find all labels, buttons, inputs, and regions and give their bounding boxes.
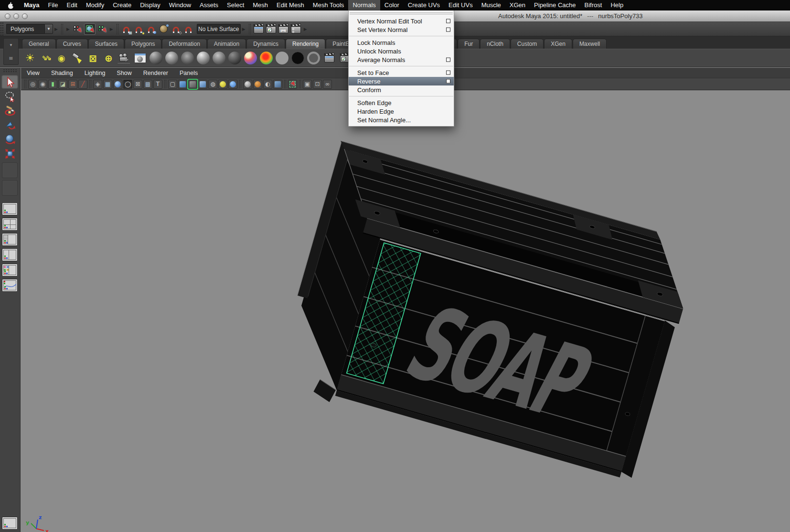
menubar-item-file[interactable]: File [44,0,63,11]
shelf-tab-ncloth[interactable]: nCloth [480,39,510,49]
field-chart-icon[interactable]: ⊠ [133,80,142,89]
lasso-select-tool[interactable] [1,89,18,103]
shelf-tab-xgen[interactable]: XGen [544,39,572,49]
menubar-item-help[interactable]: Help [606,0,628,11]
menubar-item-select[interactable]: Select [223,0,248,11]
snap-to-curves-button[interactable]: ∿ [133,23,145,35]
xray-mode-icon[interactable]: ◍ [208,80,217,89]
menubar-item-mesh[interactable]: Mesh [248,0,272,11]
panel-menu-shading[interactable]: Shading [51,70,73,76]
option-box-icon[interactable] [446,58,450,62]
shelf-tab-maxwell[interactable]: Maxwell [573,39,607,49]
select-by-object-type-button[interactable] [84,23,96,35]
menu-item-set-normal-angle[interactable]: Set Normal Angle... [349,116,454,124]
soap-crate-model[interactable]: SOAP [271,141,702,489]
live-surface-field[interactable]: No Live Surface [197,24,241,34]
shelf-ambient-light-icon[interactable]: ◉ [53,50,69,66]
ipr-render-button[interactable]: IPR [278,23,289,35]
shelf-switcher[interactable]: ▼ ▤ [3,38,19,65]
menubar-item-assets[interactable]: Assets [195,0,223,11]
menu-set-selector[interactable]: Polygons [6,24,44,34]
isolate-select-icon[interactable] [288,80,297,89]
shelf-blinn-material-icon[interactable] [164,50,180,66]
manipulator-icon[interactable]: ⊞ [68,80,77,89]
minimize-window-button[interactable] [13,13,19,19]
expander-icon[interactable]: ▶ [65,27,71,32]
duplicate-pane-icon[interactable]: ⊡ [313,80,322,89]
lit-mode-icon[interactable] [198,80,207,89]
menubar-item-edit-uvs[interactable]: Edit UVs [444,0,477,11]
shadows-icon[interactable] [243,80,252,89]
shelf-background-shader-icon[interactable] [290,50,306,66]
make-object-live-button[interactable] [183,23,194,35]
menu-item-set-vertex-normal[interactable]: Set Vertex Normal [349,25,454,34]
menubar-item-create[interactable]: Create [108,0,136,11]
menubar-item-normals[interactable]: Normals [348,0,380,11]
perspective-viewport[interactable]: SOAP x y z [21,91,790,532]
render-current-frame-button[interactable]: ✓ [266,23,277,35]
shelf-menu-icon[interactable]: ▤ [9,56,13,60]
layout-single-pane[interactable] [2,202,18,215]
gate-mask-icon[interactable]: ◯ [123,80,132,89]
rotate-tool[interactable] [1,132,18,146]
shelf-render-view-window-icon[interactable] [321,50,337,66]
select-by-component-type-button[interactable] [96,23,108,35]
shelf-tab-animation[interactable]: Animation [207,39,246,49]
option-box-icon[interactable] [446,79,450,84]
option-box-icon[interactable] [446,71,450,75]
option-box-icon[interactable] [446,28,450,32]
menubar-item-color[interactable]: Color [380,0,404,11]
textured-mode-icon[interactable] [188,80,197,89]
menu-tearoff-handle[interactable] [350,12,453,14]
move-tool[interactable] [1,118,18,132]
shelf-anisotropic-material-icon[interactable] [148,50,164,66]
toolbox-drag-handle[interactable] [3,69,17,73]
menubar-item-pipeline-cache[interactable]: Pipeline Cache [530,0,580,11]
panel-menu-renderer[interactable]: Renderer [143,70,168,76]
shelf-ramp-shader-icon[interactable] [243,50,258,66]
shelf-tab-custom[interactable]: Custom [511,39,544,49]
render-settings-button[interactable] [290,23,302,35]
menubar-item-mesh-tools[interactable]: Mesh Tools [309,0,349,11]
bookmark-icon[interactable]: ▮ [48,80,57,89]
default-light-icon[interactable] [218,80,227,89]
menu-set-selector-arrow[interactable]: ▼ [44,24,53,34]
snap-to-view-planes-button[interactable]: ◇ [171,23,182,35]
image-plane-icon[interactable]: ◪ [58,80,67,89]
apple-menu[interactable] [0,2,20,9]
layout-graph-persp[interactable] [2,279,18,292]
shelf-shading-map-icon[interactable] [258,50,274,66]
paint-brush-icon[interactable]: ╱ [78,80,87,89]
shelf-tab-dynamics[interactable]: Dynamics [246,39,285,49]
zoom-window-button[interactable] [22,13,28,19]
shelf-tab-deformation[interactable]: Deformation [162,39,206,49]
multisample-icon[interactable] [273,80,282,89]
shelf-spot-light-icon[interactable] [69,50,85,66]
shelf-point-light-icon[interactable]: ☀ [22,50,38,66]
panel-menu-lighting[interactable]: Lighting [85,70,106,76]
open-render-view-button[interactable] [253,23,265,35]
shelf-tab-fur[interactable]: Fur [458,39,480,49]
shelf-lambert-material-icon[interactable] [180,50,195,66]
layout-side-by-side[interactable] [2,248,18,261]
shaded-mode-icon[interactable] [178,80,187,89]
safe-title-icon[interactable]: T [153,80,162,89]
camera-attributes-icon[interactable]: ◉ [38,80,47,89]
shelf-render-view-icon[interactable] [132,50,148,66]
snap-to-projected-center-button[interactable] [158,23,170,35]
scale-tool[interactable] [1,147,18,160]
occlusion-icon[interactable] [253,80,262,89]
shelf-tab-rendering[interactable]: Rendering [286,39,325,49]
menubar-item-modify[interactable]: Modify [82,0,108,11]
shelf-tab-polygons[interactable]: Polygons [125,39,161,49]
shelf-use-background-icon[interactable] [306,50,321,66]
wireframe-mode-icon[interactable]: ▢ [168,80,177,89]
select-by-hierarchy-button[interactable] [72,23,83,35]
film-gate-icon[interactable]: ▦ [103,80,112,89]
menubar-item-muscle[interactable]: Muscle [477,0,505,11]
shelf-tab-general[interactable]: General [22,39,56,49]
expander-icon[interactable]: ▶ [53,27,59,32]
close-window-button[interactable] [5,13,11,19]
select-camera-icon[interactable]: ◎ [28,80,37,89]
status-line-drag-handle[interactable] [0,22,4,36]
